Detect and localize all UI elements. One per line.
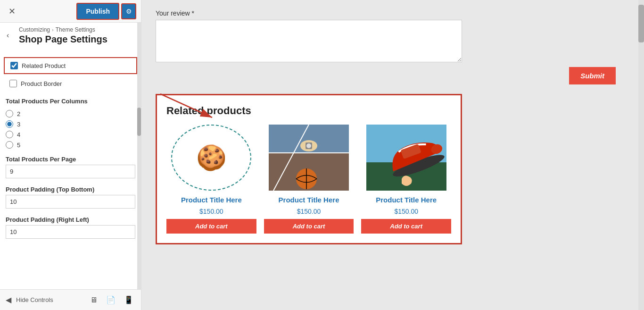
add-to-cart-button-3[interactable]: Add to cart [361,219,451,234]
padding-rl-label: Product Padding (Right Left) [6,216,135,223]
product-price-2: $150.00 [297,208,321,215]
panel-scrollbar-thumb [137,108,141,136]
main-scrollbar-thumb [638,5,644,42]
padding-tb-input[interactable] [6,195,135,209]
hide-icon: ◀ [6,295,11,304]
top-bar: ✕ Publish ⚙ [0,0,141,23]
close-button[interactable]: ✕ [5,4,19,18]
product-image-2 [269,125,349,191]
product-card-3: Product Title Here $150.00 Add to cart [361,125,451,234]
panel-title: Shop Page Settings [0,33,141,50]
radio-row-4: 4 [6,129,135,140]
per-page-label: Total Products Per Page [6,156,135,163]
mobile-device-button[interactable]: 📱 [122,293,135,306]
svg-point-10 [306,143,311,148]
product-title-3: Product Title Here [376,195,437,205]
left-panel: ✕ Publish ⚙ Customizing › Theme Settings… [0,0,141,310]
columns-label: Total Products Per Columns [0,93,141,107]
product-price-1: $150.00 [199,208,223,215]
radio-col-2[interactable] [6,110,13,117]
radio-col-5-label[interactable]: 5 [17,142,20,149]
product-svg-3 [366,125,446,191]
publish-button[interactable]: Publish [76,3,119,20]
radio-row-2: 2 [6,109,135,119]
review-textarea[interactable] [156,20,462,62]
product-border-checkbox[interactable] [9,80,17,87]
panel-scrollbar [137,23,141,289]
product-image-3 [366,125,446,191]
back-button[interactable]: ‹ [5,29,11,42]
product-image-1: 🍪 [171,125,251,191]
product-card-1: 🍪 Product Title Here $150.00 Add to cart [166,125,256,234]
desktop-device-button[interactable]: 🖥 [88,294,99,306]
padding-tb-group: Product Padding (Top Bottom) [0,182,141,212]
related-product-checkbox[interactable] [10,62,18,69]
radio-row-5: 5 [6,140,135,150]
review-label: Your review * [156,9,630,17]
add-to-cart-button-2[interactable]: Add to cart [264,219,354,234]
padding-rl-group: Product Padding (Right Left) [0,212,141,243]
radio-col-2-label[interactable]: 2 [17,110,20,117]
related-products-title: Related products [166,105,451,117]
submit-row: Submit [156,62,630,84]
product-price-3: $150.00 [394,208,418,215]
per-page-input[interactable] [6,165,135,178]
related-product-row: Related Product [4,57,137,74]
add-to-cart-button-1[interactable]: Add to cart [166,219,256,234]
columns-radio-group: 2 3 4 5 [0,107,141,152]
padding-rl-input[interactable] [6,225,135,239]
review-section: Your review * [156,9,630,62]
bottom-bar: ◀ Hide Controls 🖥 📄 📱 [0,289,141,310]
hide-controls-label: Hide Controls [16,296,53,303]
product-card-2: Product Title Here $150.00 Add to cart [264,125,354,234]
product-border-label[interactable]: Product Border [21,80,62,87]
products-grid: 🍪 Product Title Here $150.00 Add to cart [166,125,451,234]
breadcrumb-arrow: › [52,27,54,33]
radio-col-5[interactable] [6,141,13,149]
gear-button[interactable]: ⚙ [121,3,136,19]
related-product-label[interactable]: Related Product [22,62,66,69]
product-svg-2 [269,125,349,191]
tablet-device-button[interactable]: 📄 [104,293,117,306]
cookie-icon: 🍪 [196,143,227,172]
radio-col-3[interactable] [6,120,13,128]
main-content: Your review * Submit Related products 🍪 … [141,0,644,310]
product-title-1: Product Title Here [181,195,242,205]
panel-content: Related Product Product Border Total Pro… [0,50,141,289]
per-page-group: Total Products Per Page [0,152,141,182]
hide-controls-button[interactable]: Hide Controls [16,296,53,303]
radio-col-4[interactable] [6,131,13,138]
breadcrumb: Customizing › Theme Settings [0,23,141,33]
related-products-section: Related products 🍪 Product Title Here $1… [156,94,462,244]
breadcrumb-theme-settings[interactable]: Theme Settings [56,26,95,33]
padding-tb-label: Product Padding (Top Bottom) [6,186,135,193]
radio-col-4-label[interactable]: 4 [17,131,20,138]
main-scrollbar [638,0,644,310]
radio-row-3: 3 [6,119,135,129]
publish-area: Publish ⚙ [76,3,136,20]
radio-col-3-label[interactable]: 3 [17,121,20,128]
product-title-2: Product Title Here [279,195,339,205]
product-border-row: Product Border [4,76,137,91]
submit-button[interactable]: Submit [569,67,616,84]
breadcrumb-customizing[interactable]: Customizing [19,26,50,33]
